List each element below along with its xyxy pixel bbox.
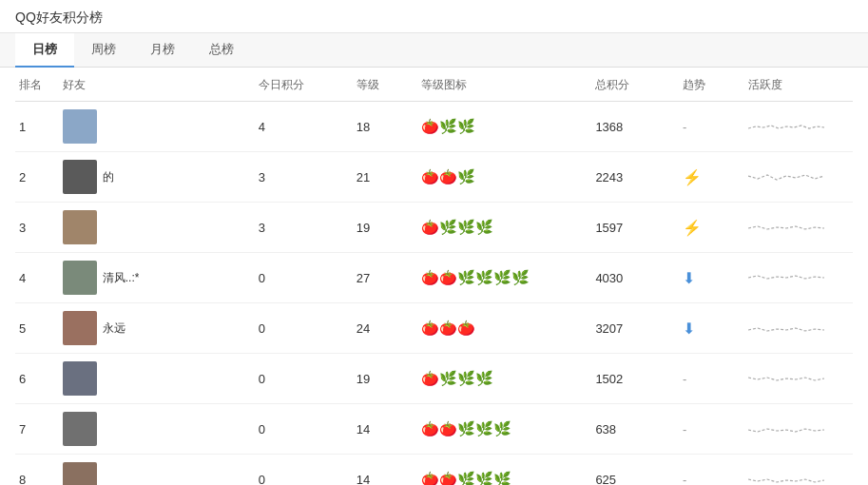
- col-level-badge: 等级图标: [417, 68, 591, 102]
- cell-level: 19: [353, 203, 418, 253]
- activity-sparkline: [748, 474, 826, 485]
- cell-friend: 的: [59, 152, 255, 203]
- tab-monthly[interactable]: 月榜: [133, 33, 192, 68]
- table-row: 8014🍅🍅🌿🌿🌿625-: [15, 455, 853, 486]
- cell-trend: -: [679, 404, 744, 455]
- tab-total[interactable]: 总榜: [192, 33, 251, 68]
- cell-badges: 🍅🍅🌿🌿🌿: [417, 455, 591, 486]
- cell-today-points: 0: [255, 455, 353, 486]
- col-total-points: 总积分: [591, 68, 679, 102]
- avatar: [63, 361, 97, 396]
- trend-none: -: [683, 422, 686, 436]
- cell-level: 14: [353, 455, 418, 486]
- cell-activity: [744, 203, 853, 253]
- cell-total-points: 1597: [591, 203, 679, 253]
- table-row: 2的321🍅🍅🌿2243⚡: [15, 152, 853, 203]
- friend-name: 的: [103, 169, 114, 185]
- cell-level: 14: [353, 404, 418, 455]
- cell-trend: ⚡: [679, 203, 744, 253]
- cell-today-points: 0: [255, 253, 353, 303]
- tab-bar: 日榜 周榜 月榜 总榜: [0, 33, 868, 68]
- avatar: [63, 311, 97, 345]
- avatar: [63, 109, 97, 144]
- cell-friend: [59, 203, 255, 253]
- cell-today-points: 4: [255, 102, 353, 152]
- cell-level: 19: [353, 354, 418, 404]
- col-today-points: 今日积分: [255, 68, 353, 102]
- cell-trend: ⬇: [679, 303, 744, 354]
- table-header-row: 排名 好友 今日积分 等级 等级图标 总积分 趋势 活跃度: [15, 68, 853, 102]
- cell-friend: 清风..:*: [59, 253, 255, 303]
- col-activity: 活跃度: [744, 68, 853, 102]
- cell-level: 21: [353, 152, 418, 203]
- cell-badges: 🍅🌿🌿🌿: [417, 203, 591, 253]
- cell-total-points: 3207: [591, 303, 679, 354]
- avatar: [63, 462, 97, 485]
- col-rank: 排名: [15, 68, 59, 102]
- avatar: [63, 210, 97, 244]
- cell-badges: 🍅🍅🌿: [417, 152, 591, 203]
- table-row: 6019🍅🌿🌿🌿1502-: [15, 354, 853, 404]
- cell-total-points: 625: [591, 455, 679, 486]
- friend-name: 永远: [103, 320, 125, 337]
- cell-badges: 🍅🌿🌿🌿: [417, 354, 591, 404]
- table-row: 3319🍅🌿🌿🌿1597⚡: [15, 203, 853, 253]
- trend-up-icon: ⚡: [683, 220, 702, 236]
- cell-badges: 🍅🌿🌿: [417, 102, 591, 152]
- trend-up-icon: ⚡: [683, 169, 702, 185]
- cell-activity: [744, 354, 853, 404]
- leaderboard-table-container: 排名 好友 今日积分 等级 等级图标 总积分 趋势 活跃度 1418🍅🌿🌿136…: [0, 68, 868, 485]
- cell-today-points: 0: [255, 404, 353, 455]
- cell-friend: [59, 354, 255, 404]
- cell-today-points: 3: [255, 152, 353, 203]
- cell-total-points: 1368: [591, 102, 679, 152]
- table-row: 7014🍅🍅🌿🌿🌿638-: [15, 404, 853, 455]
- cell-trend: ⚡: [679, 152, 744, 203]
- page-title: QQ好友积分榜: [15, 10, 103, 25]
- cell-rank: 4: [15, 253, 59, 303]
- col-level: 等级: [353, 68, 418, 102]
- trend-none: -: [683, 120, 686, 134]
- cell-rank: 1: [15, 102, 59, 152]
- cell-total-points: 2243: [591, 152, 679, 203]
- cell-level: 27: [353, 253, 418, 303]
- cell-level: 18: [353, 102, 418, 152]
- activity-sparkline: [748, 373, 826, 386]
- activity-sparkline: [748, 171, 826, 184]
- cell-rank: 5: [15, 303, 59, 354]
- activity-sparkline: [748, 272, 826, 285]
- cell-activity: [744, 455, 853, 486]
- cell-trend: -: [679, 354, 744, 404]
- cell-friend: [59, 455, 255, 486]
- cell-rank: 7: [15, 404, 59, 455]
- avatar: [63, 412, 97, 446]
- tab-daily[interactable]: 日榜: [15, 33, 74, 68]
- cell-activity: [744, 102, 853, 152]
- cell-rank: 6: [15, 354, 59, 404]
- leaderboard-table: 排名 好友 今日积分 等级 等级图标 总积分 趋势 活跃度 1418🍅🌿🌿136…: [15, 68, 853, 485]
- cell-friend: [59, 404, 255, 455]
- cell-today-points: 0: [255, 354, 353, 404]
- activity-sparkline: [748, 121, 826, 134]
- cell-badges: 🍅🍅🌿🌿🌿: [417, 404, 591, 455]
- cell-total-points: 4030: [591, 253, 679, 303]
- cell-today-points: 3: [255, 203, 353, 253]
- trend-down-icon: ⬇: [683, 270, 695, 286]
- cell-level: 24: [353, 303, 418, 354]
- cell-activity: [744, 303, 853, 354]
- cell-rank: 3: [15, 203, 59, 253]
- tab-weekly[interactable]: 周榜: [74, 33, 133, 68]
- cell-trend: -: [679, 102, 744, 152]
- avatar: [63, 160, 97, 194]
- table-row: 1418🍅🌿🌿1368-: [15, 102, 853, 152]
- cell-rank: 2: [15, 152, 59, 203]
- cell-total-points: 1502: [591, 354, 679, 404]
- cell-trend: -: [679, 455, 744, 486]
- trend-none: -: [683, 473, 686, 486]
- activity-sparkline: [748, 222, 826, 235]
- table-row: 4清风..:*027🍅🍅🌿🌿🌿🌿4030⬇: [15, 253, 853, 303]
- cell-rank: 8: [15, 455, 59, 486]
- friend-name: 清风..:*: [103, 270, 140, 286]
- avatar: [63, 261, 97, 295]
- cell-friend: 永远: [59, 303, 255, 354]
